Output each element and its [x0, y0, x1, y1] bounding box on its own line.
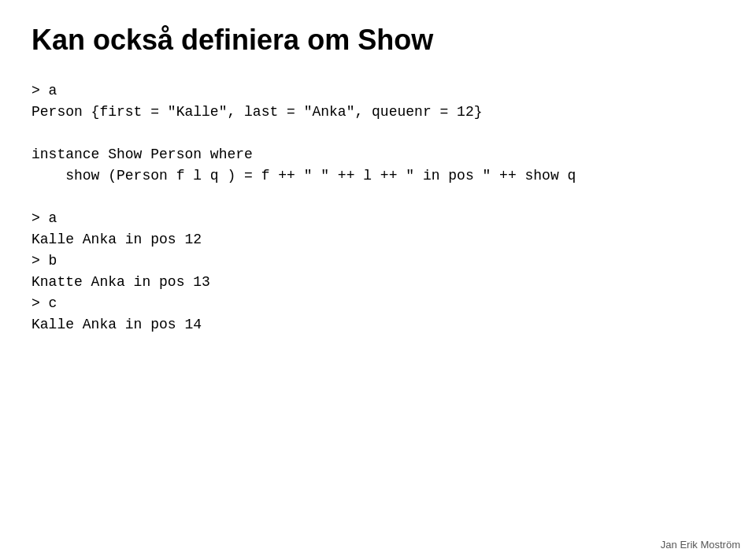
footer-author: Jan Erik Moström: [661, 539, 740, 551]
code-blank-1: [32, 123, 724, 144]
page-title: Kan också definiera om Show: [0, 0, 756, 72]
code-line-12: Kalle Anka in pos 14: [32, 314, 724, 336]
code-line-9: > b: [32, 250, 724, 272]
code-line-5: show (Person f l q ) = f ++ " " ++ l ++ …: [32, 165, 724, 187]
code-line-1: > a: [32, 80, 724, 102]
code-line-4: instance Show Person where: [32, 144, 724, 165]
code-line-2: Person {first = "Kalle", last = "Anka", …: [32, 102, 724, 123]
code-line-11: > c: [32, 293, 724, 314]
code-line-10: Knatte Anka in pos 13: [32, 272, 724, 293]
code-blank-2: [32, 187, 724, 208]
code-line-7: > a: [32, 208, 724, 229]
code-line-8: Kalle Anka in pos 12: [32, 229, 724, 250]
code-block: > a Person {first = "Kalle", last = "Ank…: [32, 80, 724, 336]
content-area: > a Person {first = "Kalle", last = "Ank…: [0, 72, 756, 351]
